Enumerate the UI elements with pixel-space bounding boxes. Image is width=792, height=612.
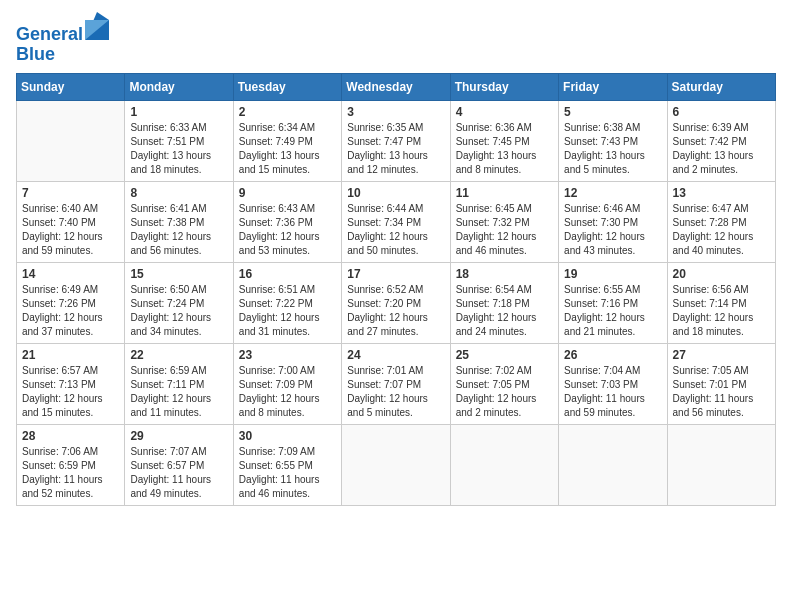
cell-text: Sunrise: 6:47 AM [673, 202, 770, 216]
day-number: 9 [239, 186, 336, 200]
logo-general: General [16, 24, 83, 44]
calendar-cell [17, 100, 125, 181]
cell-text: Daylight: 13 hours [564, 149, 661, 163]
cell-text: and 53 minutes. [239, 244, 336, 258]
cell-text: and 27 minutes. [347, 325, 444, 339]
cell-text: Sunrise: 6:45 AM [456, 202, 553, 216]
cell-text: and 49 minutes. [130, 487, 227, 501]
cell-text: Sunset: 7:13 PM [22, 378, 119, 392]
cell-text: and 5 minutes. [564, 163, 661, 177]
cell-text: Sunrise: 6:41 AM [130, 202, 227, 216]
cell-text: Sunrise: 7:07 AM [130, 445, 227, 459]
cell-text: and 56 minutes. [130, 244, 227, 258]
cell-text: Sunrise: 6:54 AM [456, 283, 553, 297]
cell-text: Daylight: 12 hours [673, 311, 770, 325]
cell-text: Sunset: 7:09 PM [239, 378, 336, 392]
cell-text: and 8 minutes. [239, 406, 336, 420]
day-number: 21 [22, 348, 119, 362]
logo-text: General [16, 16, 109, 45]
day-number: 12 [564, 186, 661, 200]
cell-text: Daylight: 12 hours [347, 392, 444, 406]
cell-text: Sunset: 7:14 PM [673, 297, 770, 311]
cell-text: Daylight: 12 hours [347, 311, 444, 325]
day-number: 20 [673, 267, 770, 281]
cell-text: Sunset: 7:42 PM [673, 135, 770, 149]
calendar-header-row: SundayMondayTuesdayWednesdayThursdayFrid… [17, 73, 776, 100]
calendar-cell: 16Sunrise: 6:51 AMSunset: 7:22 PMDayligh… [233, 262, 341, 343]
day-number: 13 [673, 186, 770, 200]
cell-text: and 15 minutes. [239, 163, 336, 177]
calendar-cell: 11Sunrise: 6:45 AMSunset: 7:32 PMDayligh… [450, 181, 558, 262]
cell-text: Daylight: 11 hours [130, 473, 227, 487]
cell-text: Sunrise: 7:04 AM [564, 364, 661, 378]
calendar-cell: 3Sunrise: 6:35 AMSunset: 7:47 PMDaylight… [342, 100, 450, 181]
day-number: 5 [564, 105, 661, 119]
cell-text: and 8 minutes. [456, 163, 553, 177]
cell-text: and 34 minutes. [130, 325, 227, 339]
logo: General Blue [16, 16, 109, 65]
cell-text: Sunset: 7:45 PM [456, 135, 553, 149]
calendar-cell: 4Sunrise: 6:36 AMSunset: 7:45 PMDaylight… [450, 100, 558, 181]
day-number: 11 [456, 186, 553, 200]
calendar-cell: 17Sunrise: 6:52 AMSunset: 7:20 PMDayligh… [342, 262, 450, 343]
calendar-cell [667, 424, 775, 505]
calendar-cell: 24Sunrise: 7:01 AMSunset: 7:07 PMDayligh… [342, 343, 450, 424]
cell-text: Sunrise: 6:50 AM [130, 283, 227, 297]
cell-text: Sunset: 6:55 PM [239, 459, 336, 473]
cell-text: Daylight: 13 hours [673, 149, 770, 163]
cell-text: Sunset: 6:59 PM [22, 459, 119, 473]
cell-text: Sunrise: 6:34 AM [239, 121, 336, 135]
cell-text: Sunset: 7:34 PM [347, 216, 444, 230]
day-number: 18 [456, 267, 553, 281]
calendar-cell: 22Sunrise: 6:59 AMSunset: 7:11 PMDayligh… [125, 343, 233, 424]
cell-text: and 40 minutes. [673, 244, 770, 258]
calendar-week-0: 1Sunrise: 6:33 AMSunset: 7:51 PMDaylight… [17, 100, 776, 181]
cell-text: Sunrise: 6:35 AM [347, 121, 444, 135]
calendar-week-4: 28Sunrise: 7:06 AMSunset: 6:59 PMDayligh… [17, 424, 776, 505]
cell-text: Sunrise: 6:49 AM [22, 283, 119, 297]
cell-text: Sunrise: 6:55 AM [564, 283, 661, 297]
day-header-wednesday: Wednesday [342, 73, 450, 100]
logo-blue: Blue [16, 45, 109, 65]
calendar-cell: 14Sunrise: 6:49 AMSunset: 7:26 PMDayligh… [17, 262, 125, 343]
day-number: 22 [130, 348, 227, 362]
cell-text: Sunrise: 6:59 AM [130, 364, 227, 378]
cell-text: and 46 minutes. [239, 487, 336, 501]
cell-text: Sunrise: 6:52 AM [347, 283, 444, 297]
cell-text: Daylight: 13 hours [347, 149, 444, 163]
calendar-cell: 6Sunrise: 6:39 AMSunset: 7:42 PMDaylight… [667, 100, 775, 181]
cell-text: Sunset: 7:38 PM [130, 216, 227, 230]
day-header-monday: Monday [125, 73, 233, 100]
calendar-cell: 30Sunrise: 7:09 AMSunset: 6:55 PMDayligh… [233, 424, 341, 505]
day-number: 8 [130, 186, 227, 200]
calendar-cell: 5Sunrise: 6:38 AMSunset: 7:43 PMDaylight… [559, 100, 667, 181]
cell-text: Daylight: 12 hours [456, 230, 553, 244]
calendar-cell: 25Sunrise: 7:02 AMSunset: 7:05 PMDayligh… [450, 343, 558, 424]
cell-text: Daylight: 12 hours [456, 392, 553, 406]
cell-text: Sunrise: 7:09 AM [239, 445, 336, 459]
cell-text: Sunrise: 6:46 AM [564, 202, 661, 216]
cell-text: and 12 minutes. [347, 163, 444, 177]
cell-text: and 21 minutes. [564, 325, 661, 339]
cell-text: Daylight: 12 hours [239, 230, 336, 244]
cell-text: Sunrise: 7:05 AM [673, 364, 770, 378]
cell-text: and 18 minutes. [130, 163, 227, 177]
cell-text: Sunset: 7:24 PM [130, 297, 227, 311]
cell-text: Sunrise: 6:57 AM [22, 364, 119, 378]
day-number: 19 [564, 267, 661, 281]
calendar-cell: 20Sunrise: 6:56 AMSunset: 7:14 PMDayligh… [667, 262, 775, 343]
calendar-cell [342, 424, 450, 505]
day-number: 24 [347, 348, 444, 362]
cell-text: and 2 minutes. [456, 406, 553, 420]
cell-text: and 31 minutes. [239, 325, 336, 339]
cell-text: Sunset: 7:18 PM [456, 297, 553, 311]
calendar-cell: 18Sunrise: 6:54 AMSunset: 7:18 PMDayligh… [450, 262, 558, 343]
day-number: 29 [130, 429, 227, 443]
cell-text: Daylight: 12 hours [564, 230, 661, 244]
cell-text: Sunrise: 6:39 AM [673, 121, 770, 135]
cell-text: and 52 minutes. [22, 487, 119, 501]
cell-text: and 50 minutes. [347, 244, 444, 258]
cell-text: Daylight: 12 hours [239, 311, 336, 325]
cell-text: Daylight: 12 hours [130, 230, 227, 244]
cell-text: Sunrise: 6:56 AM [673, 283, 770, 297]
